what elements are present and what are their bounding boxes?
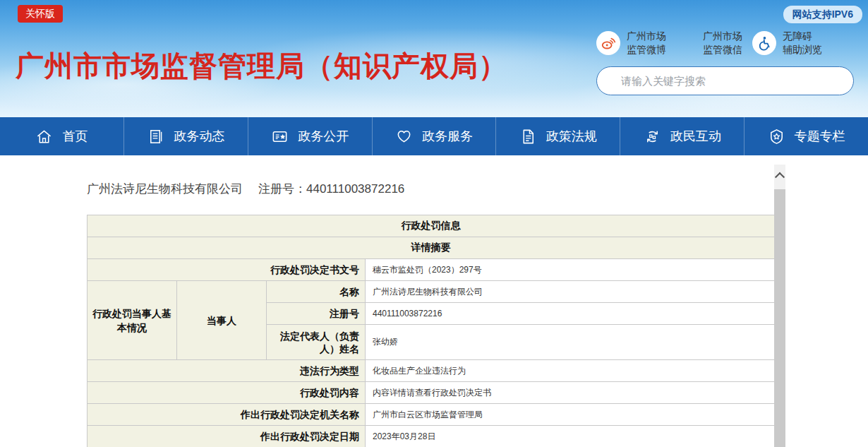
accessibility-link[interactable]: 无障碍 辅助浏览 [752,30,822,56]
registration-number: 440111003872216 [306,182,404,196]
weibo-label-line1: 广州市场 [627,30,666,42]
regno-value: 440111003872216 [366,303,775,325]
date-value: 2023年03月28日 [366,426,775,447]
nav-item-news[interactable]: 政务动态 [123,117,248,155]
nav-label-special: 专题专栏 [795,128,845,145]
site-title: 广州市市场监督管理局（知识产权局） [16,47,507,85]
nav-label-laws: 政策法规 [546,128,597,145]
wechat-label-line2: 监管微信 [703,44,742,55]
name-label: 名称 [267,281,366,303]
heart-icon [395,128,413,145]
nav-label-home: 首页 [62,128,88,145]
legal-rep-label: 法定代表人（负责人）姓名 [267,325,366,360]
authority-value: 广州市白云区市场监督管理局 [366,404,775,426]
nav-item-home[interactable]: 首页 [0,117,123,155]
ipv6-support-badge: 网站支持IPV6 [783,6,862,23]
party-group-label: 行政处罚当事人基本情况 [88,281,177,360]
search-box[interactable] [596,66,854,95]
interaction-icon [644,128,661,145]
home-icon [35,128,53,145]
doc-no-value: 穗云市监处罚（2023）297号 [366,259,775,281]
table-row: 作出行政处罚决定机关名称 广州市白云区市场监督管理局 [88,404,775,426]
weibo-link[interactable]: 广州市场 监管微博 [596,30,666,56]
table-row: 作出行政处罚决定日期 2023年03月28日 [88,426,775,447]
violation-type-label: 违法行为类型 [88,360,366,382]
regno-label: 注册号 [267,303,366,325]
doc-no-label: 行政处罚决定书文号 [88,259,366,281]
care-version-button[interactable]: 关怀版 [18,5,63,23]
header-quick-links: 广州市场 监管微博 广州市场 监管微信 [596,30,822,56]
nav-item-laws[interactable]: 政策法规 [495,117,620,155]
card-star-icon [271,128,289,145]
content-scrollbar[interactable] [774,165,785,447]
news-icon [147,128,164,145]
table-row: 行政处罚决定书文号 穗云市监处罚（2023）297号 [88,259,775,281]
nav-item-disclosure[interactable]: 政务公开 [248,117,372,155]
table-row: 行政处罚信息 [88,215,775,237]
search-input[interactable] [621,75,833,87]
penalty-content-value: 内容详情请查看行政处罚决定书 [366,382,775,404]
document-icon [519,128,537,145]
violation-type-value: 化妆品生产企业违法行为 [366,360,775,382]
nav-label-news: 政务动态 [174,128,224,145]
penalty-info-table: 行政处罚信息 详情摘要 行政处罚决定书文号 穗云市监处罚（2023）297号 行… [87,215,775,447]
accessibility-label: 无障碍 辅助浏览 [783,30,822,56]
badge-star-icon [768,128,785,145]
company-name: 广州法诗尼生物科技有限公司 [87,182,243,196]
wechat-label-line1: 广州市场 [703,30,742,42]
table-subtitle: 详情摘要 [88,237,775,259]
weibo-label: 广州市场 监管微博 [627,30,666,56]
party-label: 当事人 [177,281,267,360]
authority-label: 作出行政处罚决定机关名称 [88,404,366,426]
table-title: 行政处罚信息 [88,215,775,237]
wechat-label: 广州市场 监管微信 [703,30,742,56]
site-header: 关怀版 网站支持IPV6 广州市市场监督管理局（知识产权局） 广州市场 监管微博 [0,0,868,117]
table-row: 违法行为类型 化妆品生产企业违法行为 [88,360,775,382]
company-header-line: 广州法诗尼生物科技有限公司注册号：440111003872216 [87,181,404,197]
date-label: 作出行政处罚决定日期 [88,426,366,447]
nav-label-disclosure: 政务公开 [298,128,349,145]
scroll-up-arrow[interactable] [774,165,785,186]
main-nav: 首页 政务动态 政务公开 [0,117,868,155]
wechat-link[interactable]: 广州市场 监管微信 [703,30,742,56]
page: 关怀版 网站支持IPV6 广州市市场监督管理局（知识产权局） 广州市场 监管微博 [0,0,868,447]
legal-rep-value: 张幼娇 [366,325,775,360]
table-row: 行政处罚当事人基本情况 当事人 名称 广州法诗尼生物科技有限公司 [88,281,775,303]
table-row: 行政处罚内容 内容详情请查看行政处罚决定书 [88,382,775,404]
weibo-label-line2: 监管微博 [627,44,666,55]
table-row: 详情摘要 [88,237,775,259]
name-value: 广州法诗尼生物科技有限公司 [366,281,775,303]
weibo-icon [596,31,620,55]
nav-item-special[interactable]: 专题专栏 [744,117,868,155]
nav-label-interaction: 政民互动 [670,128,721,145]
scrollbar-thumb[interactable] [774,189,785,447]
accessibility-label-line2: 辅助浏览 [783,44,822,55]
wheelchair-icon [752,31,776,55]
nav-item-interaction[interactable]: 政民互动 [620,117,744,155]
nav-label-services: 政务服务 [422,128,473,145]
accessibility-label-line1: 无障碍 [783,30,812,42]
nav-item-services[interactable]: 政务服务 [372,117,496,155]
penalty-content-label: 行政处罚内容 [88,382,366,404]
registration-label: 注册号： [258,182,306,196]
